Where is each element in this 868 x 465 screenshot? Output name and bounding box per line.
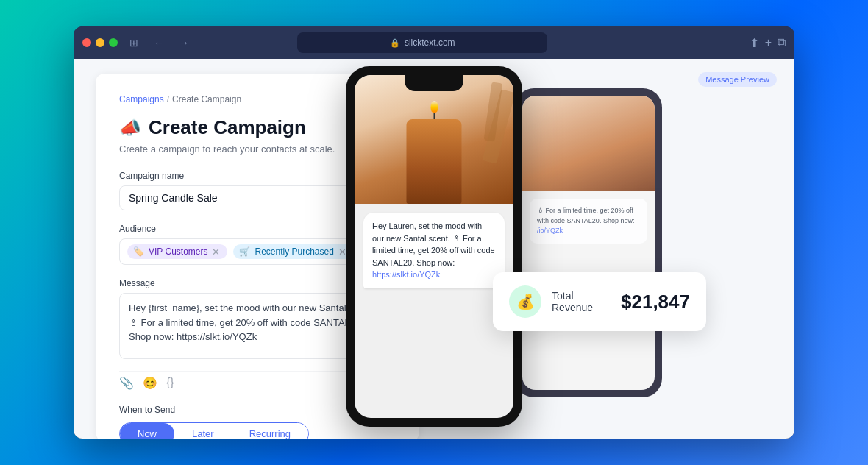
maximize-button[interactable] xyxy=(109,38,118,47)
tag-vip-customers[interactable]: 🏷️ VIP Customers ✕ xyxy=(127,244,227,259)
recent-tag-label: Recently Purchased xyxy=(255,246,333,257)
phone-message-area: Hey Lauren, set the mood with our new Sa… xyxy=(355,204,513,297)
send-option-recurring[interactable]: Recurring xyxy=(232,423,308,439)
phone-notch xyxy=(405,75,463,91)
bg-phone-candle-image xyxy=(522,96,655,191)
browser-actions: ⬆ + ⧉ xyxy=(750,36,786,50)
send-option-later[interactable]: Later xyxy=(174,423,232,439)
send-options: Now Later Recurring xyxy=(119,422,309,439)
emoji-icon[interactable]: 😊 xyxy=(143,376,157,390)
share-icon[interactable]: ⬆ xyxy=(750,36,759,50)
bg-phone-link: /io/YQZk xyxy=(537,227,563,234)
minimize-button[interactable] xyxy=(96,38,104,47)
url-text: slicktext.com xyxy=(405,38,455,48)
tag-recently-purchased[interactable]: 🛒 Recently Purchased ✕ xyxy=(233,244,353,259)
phone-candle-image xyxy=(355,75,513,204)
bg-phone-screen: 🕯 For a limited time, get 20% off with c… xyxy=(522,96,655,390)
candle-flame xyxy=(430,101,438,113)
new-tab-icon[interactable]: + xyxy=(765,36,772,50)
message-preview-badge: Message Preview xyxy=(698,72,777,87)
vip-tag-label: VIP Customers xyxy=(149,246,207,257)
attachment-icon[interactable]: 📎 xyxy=(119,376,134,390)
phone-message-link[interactable]: https://slkt.io/YQZk xyxy=(372,270,440,279)
background-phone: 🕯 For a limited time, get 20% off with c… xyxy=(515,88,662,397)
breadcrumb-current: Create Campaign xyxy=(172,94,241,104)
phone-screen: Hey Lauren, set the mood with our new Sa… xyxy=(355,75,513,418)
code-icon[interactable]: {} xyxy=(166,376,174,390)
revenue-icon: 💰 xyxy=(509,285,541,318)
title-text: Create Campaign xyxy=(149,116,306,139)
phone-message-bubble: Hey Lauren, set the mood with our new Sa… xyxy=(363,213,505,288)
page-content: Campaigns / Create Campaign 📣 Create Cam… xyxy=(74,59,794,439)
breadcrumb-campaigns-link[interactable]: Campaigns xyxy=(119,94,164,104)
close-button[interactable] xyxy=(82,38,91,47)
tabs-icon[interactable]: ⧉ xyxy=(778,36,786,50)
phone-mockup: Hey Lauren, set the mood with our new Sa… xyxy=(346,66,522,427)
browser-window: ⊞ ← → 🔒 slicktext.com ⬆ + ⧉ Campaigns / … xyxy=(74,26,794,439)
back-icon[interactable]: ← xyxy=(150,34,168,52)
forward-icon[interactable]: → xyxy=(175,34,193,52)
traffic-lights xyxy=(82,38,118,47)
vip-tag-remove[interactable]: ✕ xyxy=(212,247,220,257)
browser-toolbar: ⊞ ← → 🔒 slicktext.com ⬆ + ⧉ xyxy=(74,26,794,59)
bg-phone-message: 🕯 For a limited time, get 20% off with c… xyxy=(530,199,647,244)
revenue-card: 💰 Total Revenue $21,847 xyxy=(493,272,706,331)
candle-body xyxy=(407,119,462,204)
breadcrumb-separator: / xyxy=(167,94,169,104)
recent-tag-icon: 🛒 xyxy=(239,246,250,257)
address-bar[interactable]: 🔒 slicktext.com xyxy=(297,32,547,53)
revenue-amount: $21,847 xyxy=(621,291,690,313)
revenue-label: Total Revenue xyxy=(552,290,611,313)
title-emoji: 📣 xyxy=(119,118,141,138)
phone-message-text: Hey Lauren, set the mood with our new Sa… xyxy=(372,221,495,267)
candle-wick xyxy=(433,113,435,119)
security-icon: 🔒 xyxy=(390,38,400,48)
sidebar-toggle-icon[interactable]: ⊞ xyxy=(125,34,143,52)
send-option-now[interactable]: Now xyxy=(120,423,174,439)
vip-tag-icon: 🏷️ xyxy=(133,246,144,257)
